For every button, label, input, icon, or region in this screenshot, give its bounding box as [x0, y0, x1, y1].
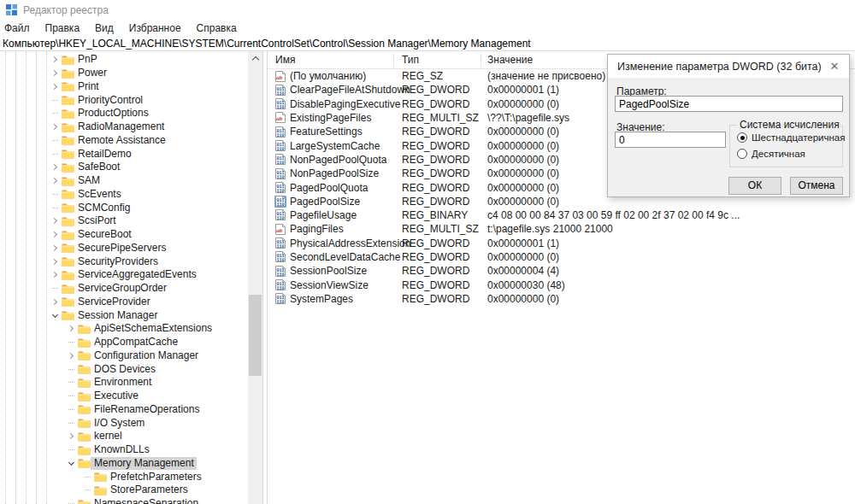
- expander-glyph: [50, 272, 56, 278]
- value-type: REG_DWORD: [402, 237, 469, 249]
- column-header-type[interactable]: Тип: [402, 51, 419, 69]
- expander-glyph: [68, 342, 74, 343]
- tree-item-configuration-manager[interactable]: Configuration Manager: [0, 349, 248, 363]
- value-input[interactable]: [615, 132, 726, 148]
- chevron-right-icon[interactable]: [48, 214, 62, 227]
- tree-item-print[interactable]: Print: [0, 80, 248, 94]
- close-icon[interactable]: ✕: [827, 58, 842, 73]
- scrollbar-thumb[interactable]: [249, 295, 262, 376]
- tree-item-memory-management[interactable]: Memory Management: [0, 457, 248, 471]
- tree-item-retaildemo[interactable]: RetailDemo: [0, 147, 248, 161]
- chevron-right-icon[interactable]: [48, 120, 62, 133]
- tree-item-namespaceseparation[interactable]: NamespaceSeparation: [0, 497, 248, 504]
- radio-hexadecimal[interactable]: Шестнадцатеричная: [737, 132, 845, 143]
- chevron-right-icon[interactable]: [48, 296, 62, 308]
- value-row-sessionpoolsize[interactable]: 011110SessionPoolSizeREG_DWORD0x00000004…: [268, 264, 855, 278]
- chevron-right-icon[interactable]: [48, 53, 62, 66]
- folder-icon: [62, 55, 74, 65]
- tree-item-pnp[interactable]: PnP: [0, 53, 248, 67]
- radio-button-icon[interactable]: [737, 149, 747, 159]
- radio-decimal[interactable]: Десятичная: [737, 149, 805, 159]
- tree-item-securepipeservers[interactable]: SecurePipeServers: [0, 242, 248, 255]
- tree-item-filerenameoperations[interactable]: FileRenameOperations: [0, 403, 248, 417]
- chevron-right-icon[interactable]: [64, 430, 78, 442]
- chevron-right-icon[interactable]: [48, 80, 62, 93]
- menu-item-0[interactable]: Файл: [0, 21, 38, 36]
- value-data: 0x00000001 (1): [487, 237, 559, 249]
- chevron-down-icon[interactable]: [48, 309, 62, 322]
- tree-item-serviceaggregatedevents[interactable]: ServiceAggregatedEvents: [0, 268, 248, 282]
- address-bar[interactable]: Компьютер\HKEY_LOCAL_MACHINE\SYSTEM\Curr…: [0, 36, 855, 51]
- tree-item-scevents[interactable]: ScEvents: [0, 188, 248, 202]
- value-row-pagefileusage[interactable]: 011110PagefileUsageREG_BINARYc4 08 00 00…: [268, 208, 855, 222]
- chevron-right-icon[interactable]: [48, 161, 62, 173]
- tree-item-scsiport[interactable]: ScsiPort: [0, 214, 248, 228]
- menu-item-1[interactable]: Правка: [38, 21, 88, 36]
- reg-binary-icon: 011110: [274, 196, 286, 208]
- chevron-right-icon[interactable]: [48, 268, 62, 281]
- column-header-name[interactable]: Имя: [275, 51, 295, 69]
- address-path[interactable]: Компьютер\HKEY_LOCAL_MACHINE\SYSTEM\Curr…: [0, 38, 531, 50]
- tree-item-remote-assistance[interactable]: Remote Assistance: [0, 134, 248, 148]
- chevron-right-icon[interactable]: [48, 174, 62, 187]
- chevron-right-icon[interactable]: [48, 255, 62, 268]
- folder-icon: [78, 418, 91, 428]
- chevron-right-icon[interactable]: [64, 349, 78, 362]
- tree-item-appcompatcache[interactable]: AppCompatCache: [0, 336, 248, 349]
- tree-item-secureboot[interactable]: SecureBoot: [0, 228, 248, 242]
- tree-item-knowndlls[interactable]: KnownDLLs: [0, 443, 248, 457]
- tree-item-prioritycontrol[interactable]: PriorityControl: [0, 93, 248, 107]
- tree-item-environment[interactable]: Environment: [0, 376, 248, 390]
- tree-item-productoptions[interactable]: ProductOptions: [0, 107, 248, 120]
- tree-item-prefetchparameters[interactable]: PrefetchParameters: [0, 470, 248, 483]
- chevron-right-icon[interactable]: [48, 228, 62, 241]
- value-row-systempages[interactable]: 011110SystemPagesREG_DWORD0x00000000 (0): [268, 292, 855, 306]
- tree-item-storeparameters[interactable]: StoreParameters: [0, 483, 248, 497]
- tree-item-securityproviders[interactable]: SecurityProviders: [0, 255, 248, 268]
- tree-item-radiomanagement[interactable]: RadioManagement: [0, 120, 248, 134]
- tree-connector: [48, 282, 62, 295]
- tree-connector: [48, 188, 62, 201]
- header-separator[interactable]: [481, 53, 481, 67]
- tree-item-servicegrouporder[interactable]: ServiceGroupOrder: [0, 282, 248, 296]
- value-row-pagingfiles[interactable]: abPagingFilesREG_MULTI_SZt:\pagefile.sys…: [268, 222, 855, 236]
- chevron-right-icon[interactable]: [64, 322, 78, 335]
- tree-item-safeboot[interactable]: SafeBoot: [0, 161, 248, 174]
- value-type: REG_DWORD: [402, 140, 469, 152]
- param-name-input[interactable]: [615, 96, 843, 112]
- header-separator[interactable]: [393, 53, 394, 67]
- tree-item-kernel[interactable]: kernel: [0, 430, 248, 443]
- value-name: DisablePagingExecutive: [290, 98, 400, 110]
- reg-binary-icon: 011110: [274, 293, 286, 305]
- tree-item-dos-devices[interactable]: DOS Devices: [0, 362, 248, 376]
- chevron-down-icon[interactable]: [64, 457, 78, 470]
- chevron-right-icon[interactable]: [48, 67, 62, 79]
- value-row-sessionviewsize[interactable]: 011110SessionViewSizeREG_DWORD0x00000030…: [268, 278, 855, 291]
- menu-item-3[interactable]: Избранное: [121, 21, 189, 36]
- expander-glyph: [51, 312, 57, 318]
- scroll-up-button[interactable]: [248, 51, 262, 66]
- column-header-value[interactable]: Значение: [487, 51, 533, 69]
- tree-item-session-manager[interactable]: Session Manager: [0, 308, 248, 322]
- value-row-secondleveldatacache[interactable]: 011110SecondLevelDataCacheREG_DWORD0x000…: [268, 250, 855, 264]
- tree-item-executive[interactable]: Executive: [0, 390, 248, 403]
- value-type: REG_DWORD: [402, 251, 469, 263]
- tree-item-label: PrefetchParameters: [107, 471, 204, 483]
- tree-item-i-o-system[interactable]: I/O System: [0, 416, 248, 430]
- cancel-button[interactable]: Отмена: [790, 177, 843, 195]
- window-titlebar: Редактор реестра: [0, 0, 855, 20]
- ok-button[interactable]: ОК: [728, 177, 781, 195]
- folder-icon: [62, 189, 74, 199]
- tree-item-serviceprovider[interactable]: ServiceProvider: [0, 296, 248, 309]
- tree-item-sam[interactable]: SAM: [0, 174, 248, 188]
- menu-item-2[interactable]: Вид: [87, 21, 121, 36]
- radio-button-icon[interactable]: [737, 132, 747, 143]
- tree-item-power[interactable]: Power: [0, 67, 248, 80]
- chevron-right-icon[interactable]: [48, 242, 62, 255]
- tree-item-label: ScEvents: [74, 188, 124, 201]
- tree-scrollbar[interactable]: [248, 51, 262, 504]
- value-row-physicaladdressextension[interactable]: 011110PhysicalAddressExtensionREG_DWORD0…: [268, 237, 855, 250]
- tree-item-scmconfig[interactable]: SCMConfig: [0, 201, 248, 214]
- tree-item-apisetschemaextensions[interactable]: ApiSetSchemaExtensions: [0, 322, 248, 336]
- menu-item-4[interactable]: Справка: [189, 21, 245, 36]
